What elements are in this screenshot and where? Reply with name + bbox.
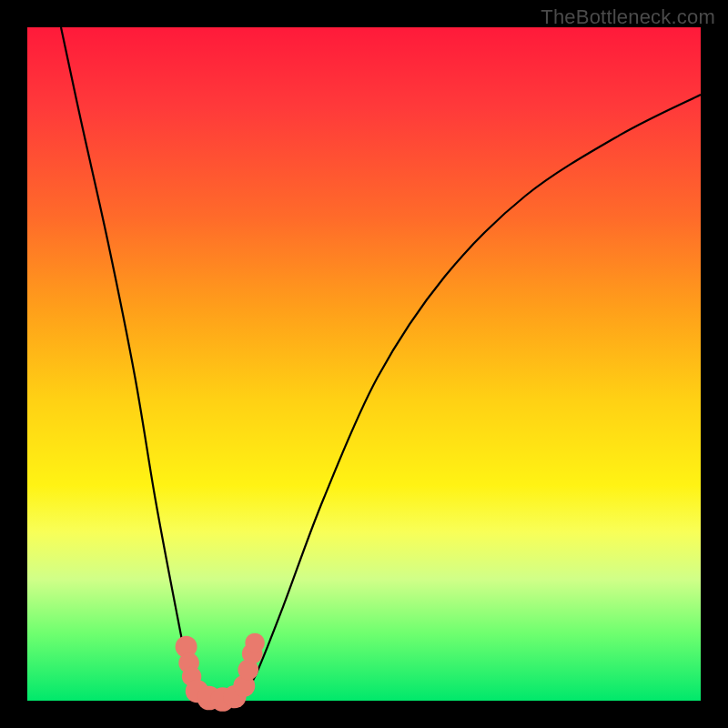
bead-group bbox=[176, 633, 265, 712]
chart-frame: TheBottleneck.com bbox=[0, 0, 728, 728]
curve-svg bbox=[27, 27, 701, 701]
bottleneck-curve bbox=[61, 27, 701, 702]
bead-marker bbox=[245, 633, 264, 652]
plot-area bbox=[27, 27, 701, 701]
watermark-text: TheBottleneck.com bbox=[541, 5, 715, 29]
